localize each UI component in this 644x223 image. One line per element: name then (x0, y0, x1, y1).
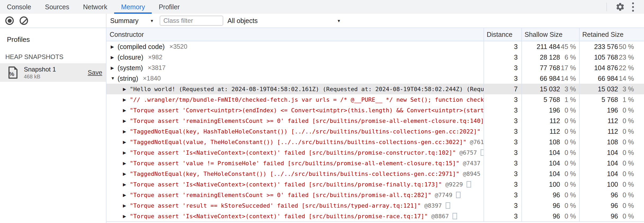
tab-sources[interactable]: Sources (38, 0, 76, 14)
disclosure-triangle-icon[interactable]: ▶ (123, 171, 130, 176)
shallow-size-cell: 104 0 % (521, 168, 579, 179)
shallow-size-percent: 45 % (560, 43, 579, 51)
heap-snapshots-section-label: HEAP SNAPSHOTS (0, 44, 106, 63)
disclosure-triangle-icon[interactable]: ▶ (123, 161, 130, 166)
objects-filter-select[interactable]: All objects ▼ (227, 17, 341, 25)
retained-size-value: 96 (580, 212, 618, 220)
table-row[interactable]: ▶ "Torque assert 'Convert<uintptr>(endIn… (106, 105, 644, 115)
disclosure-triangle-icon[interactable]: ▶ (123, 182, 130, 187)
tab-memory[interactable]: Memory (114, 0, 152, 14)
shallow-size-value: 108 (522, 138, 560, 146)
table-row[interactable]: ▶ "Torque assert 'Is<NativeContext>(cont… (106, 179, 644, 190)
table-row[interactable]: ▶ (compiled code) ×3520 3 211 484 45 % 2… (106, 41, 644, 52)
shallow-size-value: 5 768 (522, 96, 560, 104)
perspective-select[interactable]: Summary ▼ (110, 17, 154, 25)
column-header-constructor[interactable]: Constructor (106, 28, 484, 41)
retained-size-percent: 22 % (618, 64, 644, 72)
settings-gear-icon[interactable] (614, 1, 627, 13)
retained-size-value: 104 (580, 149, 618, 157)
retained-size-value: 96 (580, 202, 618, 209)
snapshot-size: 468 kB (24, 74, 56, 80)
object-id: @8945 (463, 171, 480, 177)
retained-size-value: 5 768 (580, 96, 618, 104)
toolbar-divider (606, 3, 607, 11)
tab-profiler[interactable]: Profiler (152, 0, 186, 14)
constructor-cell: ▶ "Torque assert 'Is<NativeContext>(cont… (106, 147, 484, 158)
column-header-distance[interactable]: Distance (484, 28, 521, 41)
column-header-retained-size[interactable]: Retained Size (579, 28, 644, 41)
shallow-size-percent: 0 % (560, 128, 579, 135)
disclosure-triangle-icon[interactable]: ▶ (123, 150, 130, 155)
instance-count: ×3817 (148, 64, 166, 72)
retained-size-value: 233 576 (580, 43, 618, 51)
disclosure-triangle-icon[interactable]: ▶ (123, 203, 130, 208)
clear-profiles-icon[interactable] (20, 16, 28, 25)
table-row[interactable]: ▶ (system) ×3817 3 77 768 17 % 104 876 2… (106, 63, 644, 73)
disclosure-triangle-icon[interactable]: ▶ (111, 44, 118, 49)
table-row[interactable]: ▶ "Torque assert 'value != PromiseHole' … (106, 158, 644, 168)
column-header-shallow-size[interactable]: Shallow Size (521, 28, 579, 41)
disclosure-triangle-icon[interactable]: ▶ (123, 97, 130, 102)
constructor-cell: ▶ "Torque assert 'result == kStoreSucced… (106, 200, 484, 211)
table-row[interactable]: ▶ "Torque assert 'remainingElementsCount… (106, 115, 644, 126)
constructor-cell: ▶ "TaggedNotEqual(key, TheHoleConstant()… (106, 168, 484, 179)
table-row[interactable]: ▶ (closure) ×982 3 28 128 6 % 105 768 23… (106, 52, 644, 63)
object-id: @7611 (470, 139, 484, 145)
object-id: @7437 (463, 160, 480, 167)
retained-size-value: 104 (580, 170, 618, 178)
disclosure-triangle-icon[interactable]: ▶ (123, 140, 130, 145)
table-row[interactable]: ▶ "TaggedNotEqual(key, HashTableHoleCons… (106, 126, 644, 137)
shallow-size-percent: 0 % (560, 159, 579, 167)
shallow-size-value: 104 (522, 170, 560, 178)
class-filter-input[interactable] (160, 16, 223, 26)
retained-size-percent: 0 % (618, 191, 644, 199)
record-heap-snapshot-icon[interactable] (5, 16, 14, 25)
constructor-cell: ▶ "Torque assert 'Is<NativeContext>(cont… (106, 211, 484, 221)
retained-size-percent: 0 % (618, 202, 644, 209)
tab-sources-label: Sources (45, 3, 69, 11)
shallow-size-percent: 0 % (560, 170, 579, 178)
shallow-size-percent: 0 % (560, 117, 579, 125)
constructor-cell: ▶ "Torque assert 'Convert<uintptr>(endIn… (106, 105, 484, 115)
table-row[interactable]: ▶ "TaggedNotEqual(key, TheHoleConstant()… (106, 168, 644, 179)
shallow-size-value: 196 (522, 106, 560, 114)
table-row[interactable]: ▶ "TaggedNotEqual(value, TheHoleConstant… (106, 137, 644, 147)
disclosure-triangle-icon[interactable]: ▶ (123, 87, 130, 92)
string-value: "Hello world! (Requested at: 2024-08-19T… (130, 86, 484, 92)
disclosure-triangle-icon[interactable]: ▶ (111, 65, 118, 70)
string-value: "Torque assert 'remainingElementsCount >… (130, 118, 484, 124)
table-row[interactable]: ▶ "Torque assert 'Is<NativeContext>(cont… (106, 211, 644, 221)
disclosure-triangle-icon[interactable]: ▼ (111, 76, 118, 81)
retained-size-value: 108 (580, 138, 618, 146)
retained-size-cell: 66 984 14 % (579, 73, 644, 84)
more-menu-icon[interactable] (627, 1, 639, 13)
string-value: "Torque assert 'Convert<uintptr>(endInde… (130, 107, 484, 114)
table-row[interactable]: ▶ "Torque assert 'result == kStoreSucced… (106, 200, 644, 211)
sidebar-item-snapshot-1[interactable]: % Snapshot 1 468 kB Save (0, 63, 106, 82)
disclosure-triangle-icon[interactable]: ▶ (123, 118, 130, 123)
table-row[interactable]: ▶ "Hello world! (Requested at: 2024-08-1… (106, 84, 644, 94)
disclosure-triangle-icon[interactable]: ▶ (123, 108, 130, 113)
table-row[interactable]: ▶ "Torque assert 'remainingElementsCount… (106, 190, 644, 200)
disclosure-triangle-icon[interactable]: ▶ (111, 55, 118, 60)
table-row[interactable]: ▼ (string) ×1840 3 66 984 14 % 66 984 14… (106, 73, 644, 84)
tab-console[interactable]: Console (0, 0, 38, 14)
retained-size-percent: 50 % (618, 43, 644, 51)
objects-filter-value: All objects (227, 17, 258, 25)
distance-cell: 7 (484, 84, 521, 94)
disclosure-triangle-icon[interactable]: ▶ (123, 214, 130, 219)
save-snapshot-link[interactable]: Save (88, 69, 102, 76)
disclosure-triangle-icon[interactable]: ▶ (123, 193, 130, 198)
object-id: @6757 (459, 149, 477, 156)
retained-size-percent: 0 % (618, 159, 644, 167)
profiles-toolbar (0, 14, 106, 28)
table-row[interactable]: ▶ "// .wrangler/tmp/bundle-FmNIt0/checke… (106, 94, 644, 105)
table-row[interactable]: ▶ "Torque assert 'Is<NativeContext>(cont… (106, 147, 644, 158)
shallow-size-value: 100 (522, 181, 560, 188)
heap-snapshot-grid: Constructor Distance Shallow Size Retain… (106, 28, 644, 223)
distance-cell: 3 (484, 94, 521, 105)
retained-size-percent: 0 % (618, 128, 644, 135)
disclosure-triangle-icon[interactable]: ▶ (123, 129, 130, 134)
shallow-size-percent: 0 % (560, 212, 579, 220)
tab-network[interactable]: Network (76, 0, 114, 14)
